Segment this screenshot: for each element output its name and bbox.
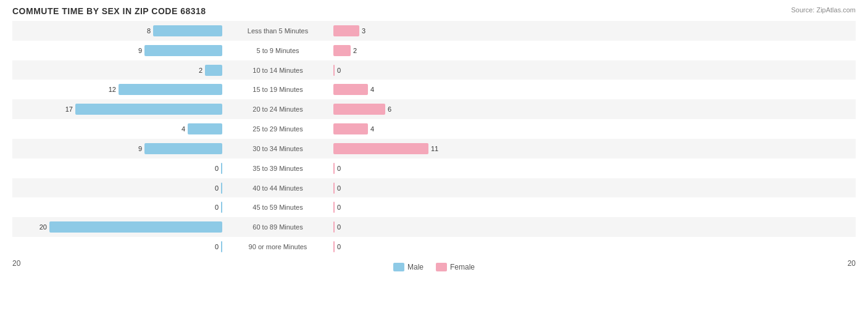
female-bar [333,221,335,233]
bar-row: 090 or more Minutes0 [12,237,856,257]
male-bar [205,65,222,76]
male-swatch [393,263,404,271]
male-section: 20 [12,221,222,233]
female-bar [333,143,428,154]
female-section: 6 [333,104,543,115]
female-value-label: 11 [431,145,438,152]
female-section: 2 [333,45,543,56]
female-value-label: 0 [337,223,341,231]
female-swatch [436,263,447,271]
male-section: 9 [12,143,222,154]
female-bar [333,45,351,56]
row-label: 5 to 9 Minutes [222,47,333,54]
male-bar [153,25,222,36]
female-bar [333,183,335,194]
male-value-label: 20 [40,223,47,231]
legend-male-label: Male [407,263,424,271]
chart-container: COMMUTE TIME BY SEX IN ZIP CODE 68318 So… [0,0,868,322]
bar-row: 1720 to 24 Minutes6 [12,99,856,119]
male-bar [119,84,222,95]
female-bar [333,65,335,76]
row-label: 25 to 29 Minutes [222,125,333,133]
axis-labels: 20 Male Female 20 [12,259,856,271]
male-bar [144,143,222,154]
bar-row: 040 to 44 Minutes0 [12,178,856,198]
female-value-label: 0 [337,243,341,250]
male-value-label: 17 [65,105,73,113]
row-label: 40 to 44 Minutes [222,184,333,192]
female-value-label: 2 [353,47,357,54]
row-label: 90 or more Minutes [222,243,333,250]
female-section: 0 [333,163,543,174]
male-section: 4 [12,123,222,134]
male-section: 0 [12,163,222,174]
male-value-label: 12 [109,86,116,93]
female-section: 4 [333,84,543,95]
male-value-label: 4 [182,125,185,133]
female-bar [333,25,359,36]
legend-male: Male [393,263,424,271]
bar-row: 1215 to 19 Minutes4 [12,80,856,99]
male-section: 0 [12,241,222,252]
female-value-label: 0 [337,204,341,211]
legend-female-label: Female [450,263,475,271]
axis-left-label: 20 [12,259,20,271]
female-section: 0 [333,241,543,252]
female-value-label: 0 [337,165,341,172]
female-bar [333,123,368,134]
male-bar [75,104,222,115]
male-value-label: 0 [215,184,219,192]
female-value-label: 3 [362,27,365,35]
legend-female: Female [436,263,475,271]
male-section: 8 [12,25,222,36]
female-value-label: 4 [370,86,374,93]
female-section: 11 [333,143,543,154]
male-section: 9 [12,45,222,56]
bar-row: 210 to 14 Minutes0 [12,60,856,80]
source-text: Source: ZipAtlas.com [791,6,856,14]
male-section: 17 [12,104,222,115]
male-value-label: 2 [199,67,202,74]
female-value-label: 0 [337,184,341,192]
male-value-label: 0 [215,243,219,250]
bar-row: 95 to 9 Minutes2 [12,41,856,60]
female-section: 4 [333,123,543,134]
female-bar [333,84,368,95]
male-section: 0 [12,183,222,194]
row-label: 10 to 14 Minutes [222,67,333,74]
bar-row: 8Less than 5 Minutes3 [12,21,856,41]
female-bar [333,202,335,213]
male-section: 12 [12,84,222,95]
male-bar [188,123,222,134]
row-label: 60 to 89 Minutes [222,223,333,231]
chart-title: COMMUTE TIME BY SEX IN ZIP CODE 68318 [12,6,856,16]
female-value-label: 4 [370,125,374,133]
row-label: 30 to 34 Minutes [222,145,333,152]
row-label: Less than 5 Minutes [222,27,333,35]
rows-container: 8Less than 5 Minutes395 to 9 Minutes2210… [12,21,856,257]
female-bar [333,163,335,174]
chart-area: 8Less than 5 Minutes395 to 9 Minutes2210… [12,21,856,275]
female-section: 0 [333,202,543,213]
male-value-label: 0 [215,165,219,172]
male-value-label: 8 [147,27,151,35]
male-value-label: 9 [138,47,142,54]
bar-row: 425 to 29 Minutes4 [12,119,856,139]
female-value-label: 0 [337,67,341,74]
row-label: 35 to 39 Minutes [222,165,333,172]
bar-row: 930 to 34 Minutes11 [12,139,856,159]
female-section: 3 [333,25,543,36]
male-section: 2 [12,65,222,76]
bar-row: 2060 to 89 Minutes0 [12,217,856,237]
female-bar [333,241,335,252]
female-section: 0 [333,183,543,194]
row-label: 45 to 59 Minutes [222,204,333,211]
male-bar [49,221,222,233]
male-value-label: 0 [215,204,219,211]
male-value-label: 9 [138,145,142,152]
axis-right-label: 20 [848,259,856,271]
female-section: 0 [333,65,543,76]
female-bar [333,104,385,115]
male-bar [144,45,222,56]
row-label: 15 to 19 Minutes [222,86,333,93]
